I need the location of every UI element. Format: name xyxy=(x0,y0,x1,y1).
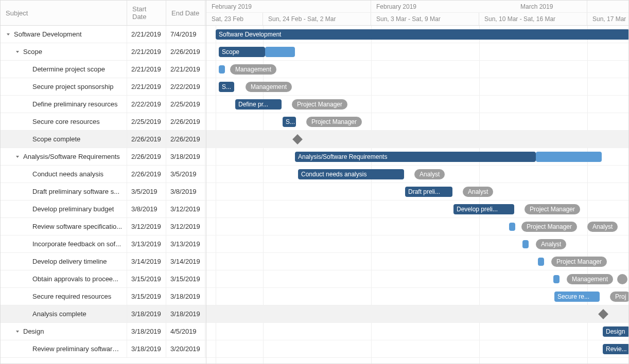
resource-tag: Management xyxy=(246,82,292,92)
tree-panel: Subject Start Date End Date Software Dev… xyxy=(1,1,206,363)
start-date-cell: 2/26/2019 xyxy=(127,131,166,148)
tree-row[interactable]: Develop delivery timeline3/14/20193/14/2… xyxy=(1,253,206,270)
tree-row[interactable]: Draft preliminary software s...3/5/20193… xyxy=(1,183,206,201)
tree-row[interactable]: Obtain approvals to procee...3/15/20193/… xyxy=(1,270,206,288)
tree-row[interactable]: Analysis/Software Requirements2/26/20193… xyxy=(1,148,206,166)
expander-icon[interactable] xyxy=(14,48,21,56)
chart-body[interactable]: Software DevelopmentScopeManagementS...M… xyxy=(206,26,628,363)
start-date-cell: 3/12/2019 xyxy=(127,218,166,235)
chart-panel: February 2019February 2019March 2019 Sat… xyxy=(206,1,628,363)
gantt-bar[interactable]: Draft preli... xyxy=(405,187,452,197)
gantt-bar[interactable] xyxy=(509,223,515,231)
col-header-subject[interactable]: Subject xyxy=(1,1,127,25)
gantt-bar[interactable]: Develop preli... xyxy=(453,204,514,214)
start-date-cell: 2/21/2019 xyxy=(127,43,166,60)
tree-row[interactable]: Scope complete2/26/20192/26/2019 xyxy=(1,131,206,148)
resource-tag xyxy=(617,274,627,284)
expander-icon[interactable] xyxy=(14,153,21,160)
gantt-bar[interactable] xyxy=(553,275,560,283)
end-date-cell: 3/8/2019 xyxy=(166,183,205,200)
subject-text: Secure required resources xyxy=(32,293,111,300)
resource-tag: Project Manager xyxy=(551,257,607,267)
gantt-bar[interactable]: Software Development xyxy=(216,29,628,40)
end-date-cell: 7/4/2019 xyxy=(166,26,205,43)
subject-text: Define preliminary resources xyxy=(32,100,117,108)
tree-row[interactable]: Develop preliminary budget3/8/20193/12/2… xyxy=(1,201,206,218)
resource-tag: Management xyxy=(567,274,613,284)
subject-text: Draft preliminary software s... xyxy=(32,188,119,195)
end-date-cell: 2/21/2019 xyxy=(166,61,205,78)
end-date-cell: 2/25/2019 xyxy=(166,96,205,113)
gantt-bar[interactable] xyxy=(536,152,602,162)
expander-icon[interactable] xyxy=(14,328,21,335)
end-date-cell: 3/15/2019 xyxy=(166,270,205,287)
subject-text: Design xyxy=(23,327,44,335)
subject-text: Analysis/Software Requirements xyxy=(23,153,120,160)
subject-text: Determine project scope xyxy=(32,65,105,73)
start-date-cell: 2/26/2019 xyxy=(127,166,166,183)
tree-row[interactable]: Secure required resources3/15/20193/18/2… xyxy=(1,288,206,305)
gantt-bar[interactable]: S... xyxy=(283,117,296,127)
timescale-bottom-cell: Sun, 3 Mar - Sat, 9 Mar xyxy=(371,13,479,25)
gantt-bar[interactable] xyxy=(538,258,544,266)
end-date-cell: 3/13/2019 xyxy=(166,235,205,252)
end-date-cell: 3/5/2019 xyxy=(166,166,205,183)
end-date-cell: 4/5/2019 xyxy=(166,323,205,340)
start-date-cell: 2/21/2019 xyxy=(127,78,166,95)
start-date-cell: 3/8/2019 xyxy=(127,201,166,217)
subject-text: Incorporate feedback on sof... xyxy=(32,240,121,248)
timescale-bottom-cell: Sun, 24 Feb - Sat, 2 Mar xyxy=(263,13,371,25)
end-date-cell: 2/26/2019 xyxy=(166,131,205,148)
tree-row[interactable]: Review preliminary software ...3/18/2019… xyxy=(1,340,206,358)
subject-text: Scope xyxy=(23,48,42,56)
resource-tag: Analyst xyxy=(587,222,618,232)
col-header-start[interactable]: Start Date xyxy=(127,1,166,25)
gantt-bar[interactable]: Define pr... xyxy=(235,99,282,110)
tree-row[interactable]: Software Development2/21/20197/4/2019 xyxy=(1,26,206,43)
tree-row[interactable]: Secure core resources2/25/20192/26/2019 xyxy=(1,113,206,131)
gantt-bar[interactable] xyxy=(265,47,295,57)
expander-icon[interactable] xyxy=(5,31,12,38)
tree-row[interactable]: Incorporate feedback on sof...3/13/20193… xyxy=(1,235,206,253)
end-date-cell: 3/18/2019 xyxy=(166,148,205,165)
gantt-bar[interactable]: Revie... xyxy=(603,344,628,354)
start-date-cell: 2/25/2019 xyxy=(127,113,166,130)
end-date-cell: 3/20/2019 xyxy=(166,340,205,357)
tree-row[interactable]: Define preliminary resources2/22/20192/2… xyxy=(1,96,206,113)
subject-text: Software Development xyxy=(14,30,82,38)
end-date-cell: 3/14/2019 xyxy=(166,253,205,270)
resource-tag: Project Manager xyxy=(525,204,580,214)
gantt-bar[interactable] xyxy=(219,65,225,74)
tree-row[interactable]: Analysis complete3/18/20193/18/2019 xyxy=(1,305,206,323)
end-date-cell: 2/22/2019 xyxy=(166,78,205,95)
gantt-bar[interactable] xyxy=(522,240,529,248)
gantt-bar[interactable]: Conduct needs analysis xyxy=(298,169,404,179)
gantt-bar[interactable]: S... xyxy=(219,82,234,92)
tree-row[interactable]: Scope2/21/20192/26/2019 xyxy=(1,43,206,61)
resource-tag: Project Manager xyxy=(306,117,362,127)
end-date-cell: 2/26/2019 xyxy=(166,43,205,60)
gantt-bar[interactable]: Design xyxy=(603,326,628,337)
start-date-cell: 2/26/2019 xyxy=(127,148,166,165)
subject-text: Secure core resources xyxy=(32,118,100,125)
tree-row[interactable]: Design3/18/20194/5/2019 xyxy=(1,323,206,340)
end-date-cell: 3/12/2019 xyxy=(166,218,205,235)
gantt-bar[interactable]: Analysis/Software Requirements xyxy=(295,152,536,162)
tree-row[interactable]: Conduct needs analysis2/26/20193/5/2019 xyxy=(1,166,206,183)
tree-row[interactable]: Review software specificatio...3/12/2019… xyxy=(1,218,206,235)
subject-text: Conduct needs analysis xyxy=(32,170,103,178)
gantt-bar[interactable]: Secure re... xyxy=(554,292,600,302)
tree-row[interactable]: Determine project scope2/21/20192/21/201… xyxy=(1,61,206,78)
resource-tag: Analyst xyxy=(536,239,566,249)
start-date-cell: 3/14/2019 xyxy=(127,253,166,270)
start-date-cell: 2/21/2019 xyxy=(127,61,166,78)
col-header-end[interactable]: End Date xyxy=(166,1,205,25)
start-date-cell: 3/18/2019 xyxy=(127,323,166,340)
subject-text: Develop preliminary budget xyxy=(32,205,114,213)
subject-text: Review software specificatio... xyxy=(32,223,122,230)
tree-row[interactable]: Secure project sponsorship2/21/20192/22/… xyxy=(1,78,206,96)
end-date-cell: 3/18/2019 xyxy=(166,305,205,322)
gantt-bar[interactable]: Scope xyxy=(219,47,265,57)
start-date-cell: 3/15/2019 xyxy=(127,288,166,305)
timescale-bottom-cell: Sat, 23 Feb xyxy=(206,13,263,25)
